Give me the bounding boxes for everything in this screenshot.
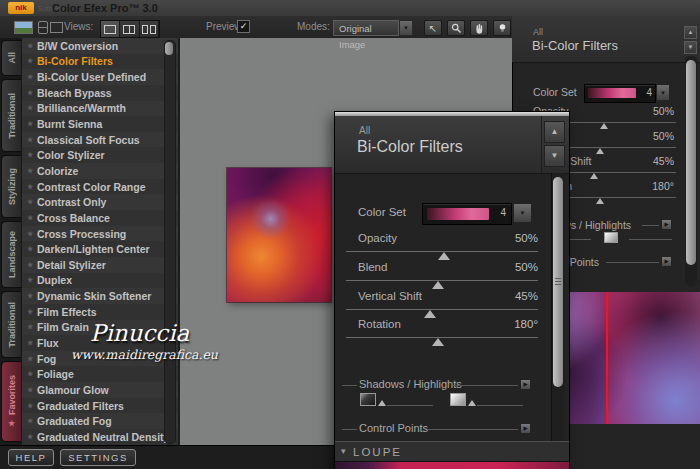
filter-label: Dynamic Skin Softener <box>37 290 151 302</box>
star-icon: ★ <box>27 370 37 378</box>
split-view-icon <box>123 25 135 34</box>
filter-list-item[interactable]: ★Darken/Lighten Center <box>22 241 178 257</box>
panel-scrollbar-thumb[interactable] <box>553 177 563 387</box>
control-points-expand-button[interactable]: ▶ <box>661 256 672 267</box>
list-scrollbar-thumb[interactable] <box>165 42 173 55</box>
settings-button[interactable]: SETTINGS <box>60 449 136 466</box>
sidebar-tab-traditional[interactable]: Traditional <box>1 79 21 152</box>
compare-view-icon <box>142 25 148 34</box>
view-compare-button[interactable] <box>140 21 159 37</box>
help-button[interactable]: HELP <box>8 449 54 466</box>
right-scroll-down-button[interactable]: ▼ <box>684 41 697 54</box>
arrow-right-icon: ▶ <box>523 381 527 387</box>
slider-handle[interactable] <box>596 198 604 204</box>
right-panel-scrollbar-thumb[interactable] <box>686 60 696 265</box>
shadows-highlights-label: Shadows / Highlights <box>359 378 462 390</box>
filter-list-item[interactable]: ★Film Effects <box>22 304 178 320</box>
star-icon: ★ <box>27 183 37 191</box>
sidebar-tab-favorites[interactable]: Favorites★ <box>1 361 21 442</box>
preview-checkbox[interactable]: ✓ <box>237 20 250 33</box>
color-set-gradient <box>588 88 636 98</box>
scroll-down-icon: ▼ <box>688 44 694 50</box>
single-image-view-icon[interactable] <box>50 22 63 33</box>
slider-row[interactable]: Rotation 180° <box>346 316 538 343</box>
color-set-swatch[interactable]: 4 <box>422 203 512 225</box>
filter-list-item[interactable]: ★Cross Processing <box>22 226 178 242</box>
highlight-swatch[interactable] <box>604 232 618 243</box>
filter-list-item[interactable]: ★Contrast Only <box>22 194 178 210</box>
lightbulb-button[interactable] <box>493 20 511 36</box>
filter-list-item[interactable]: ★Graduated Fog <box>22 413 178 429</box>
color-set-dropdown-button[interactable]: ▼ <box>656 84 670 101</box>
filter-list-item[interactable]: ★Contrast Color Range <box>22 179 178 195</box>
filter-list-item[interactable]: ★Bi-Color User Defined <box>22 69 178 85</box>
check-icon: ✓ <box>240 21 248 31</box>
filter-list-item[interactable]: ★Color Stylizer <box>22 147 178 163</box>
image-thumbnail-icon[interactable] <box>14 21 33 34</box>
color-set-value: 4 <box>500 207 506 218</box>
filter-label: Detail Stylizer <box>37 259 106 271</box>
star-icon: ★ <box>27 214 37 222</box>
single-view-icon <box>104 25 116 34</box>
filter-list-item[interactable]: ★Glamour Glow <box>22 382 178 398</box>
nik-logo: nik <box>8 2 34 14</box>
filter-list-item[interactable]: ★Duplex <box>22 273 178 289</box>
filter-list-item[interactable]: ★Cross Balance <box>22 210 178 226</box>
filter-list-item[interactable]: ★Dynamic Skin Softener <box>22 288 178 304</box>
color-set-swatch[interactable]: 4 <box>584 84 656 103</box>
color-set-dropdown-button[interactable]: ▼ <box>513 203 532 223</box>
filter-list-item[interactable]: ★B/W Conversion <box>22 38 178 54</box>
slider-value: 45% <box>653 155 674 167</box>
highlight-swatch[interactable] <box>450 393 466 406</box>
panel-scroll-down-button[interactable]: ▼ <box>544 145 565 167</box>
modes-dropdown[interactable]: Original Image <box>333 20 399 36</box>
filter-list-item[interactable]: ★Bleach Bypass <box>22 85 178 101</box>
filter-list-item[interactable]: ★Bi-Color Filters <box>22 54 178 70</box>
view-single-button[interactable] <box>101 21 120 37</box>
sidebar-tab-landscape[interactable]: Landscape <box>1 221 21 288</box>
right-scroll-up-button[interactable]: ▲ <box>684 26 697 39</box>
slider-row[interactable]: Opacity 50% <box>346 230 538 257</box>
filter-settings-panel[interactable]: All Bi-Color Filters ▲ ▼ Color Set 4 ▼ O… <box>334 111 570 469</box>
filter-label: Brilliance/Warmth <box>37 102 126 114</box>
sidebar-tab-all[interactable]: All <box>1 40 21 76</box>
scroll-up-icon: ▲ <box>688 29 694 35</box>
loupe-divider-line[interactable] <box>606 292 608 424</box>
highlight-slider-handle[interactable] <box>468 400 476 406</box>
loupe-header[interactable]: ▾ LOUPE <box>335 441 569 462</box>
filter-list-item[interactable]: ★Brilliance/Warmth <box>22 101 178 117</box>
shadow-swatch[interactable] <box>360 393 376 406</box>
scroll-up-icon: ▲ <box>551 127 559 136</box>
arrow-right-icon: ▶ <box>523 425 527 431</box>
filter-list-item[interactable]: ★Detail Stylizer <box>22 257 178 273</box>
preview-image[interactable] <box>227 168 331 302</box>
pan-tool-button[interactable] <box>470 20 488 36</box>
filter-list-item[interactable]: ★Graduated Filters <box>22 398 178 414</box>
sidebar-tab-stylizing[interactable]: Stylizing <box>1 155 21 218</box>
slider-track <box>346 309 538 310</box>
filter-label: Contrast Only <box>37 196 106 208</box>
color-efex-pro-window: nik Software Color Efex Pro™ 3.0 Views: … <box>0 0 700 469</box>
slider-handle[interactable] <box>432 338 444 346</box>
panel-scroll-up-button[interactable]: ▲ <box>544 121 565 143</box>
loupe-preview-strip <box>335 462 569 469</box>
browser-view-icon[interactable] <box>38 21 48 34</box>
zoom-tool-button[interactable] <box>447 20 465 36</box>
modes-dropdown-arrow-button[interactable]: ▼ <box>399 20 413 36</box>
shadow-slider-handle[interactable] <box>378 400 386 406</box>
list-scrollbar[interactable] <box>164 40 176 444</box>
filter-list-item[interactable]: ★Colorize <box>22 163 178 179</box>
shadows-highlights-expand-button[interactable]: ▶ <box>520 379 531 390</box>
control-points-expand-button[interactable]: ▶ <box>520 423 531 434</box>
view-split-button[interactable] <box>120 21 139 37</box>
filter-list-item[interactable]: ★Foliage <box>22 366 178 382</box>
star-icon: ★ <box>27 198 37 206</box>
filter-list-item[interactable]: ★Graduated Neutral Density <box>22 429 178 445</box>
shadows-highlights-expand-button[interactable]: ▶ <box>661 219 672 230</box>
filter-list-item[interactable]: ★Classical Soft Focus <box>22 132 178 148</box>
filter-list-item[interactable]: ★Burnt Sienna <box>22 116 178 132</box>
slider-row[interactable]: Vertical Shift 45% <box>346 288 538 315</box>
slider-row[interactable]: Blend 50% <box>346 259 538 286</box>
select-tool-button[interactable]: ↖ <box>424 20 442 36</box>
sidebar-tab-traditional[interactable]: Traditional <box>1 291 21 358</box>
